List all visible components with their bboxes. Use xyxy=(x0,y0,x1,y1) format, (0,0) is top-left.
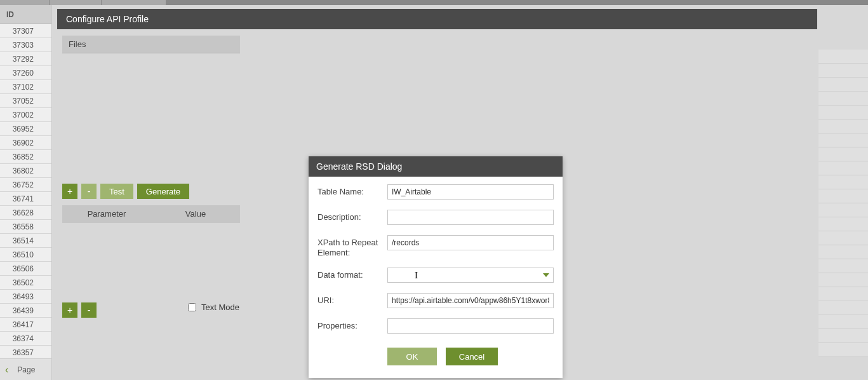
id-column-header: ID xyxy=(0,5,51,24)
id-row[interactable]: 36357 xyxy=(0,346,51,358)
id-row[interactable]: 37303 xyxy=(0,38,51,52)
chevron-down-icon xyxy=(543,273,549,277)
id-row[interactable]: 37002 xyxy=(0,108,51,122)
id-row[interactable]: 36502 xyxy=(0,276,51,290)
param-col-header: Parameter xyxy=(62,205,151,223)
input-table-name[interactable] xyxy=(387,184,554,200)
input-xpath[interactable] xyxy=(387,235,554,250)
generate-rsd-dialog: Generate RSD Dialog Table Name: Descript… xyxy=(309,156,563,378)
right-gutter xyxy=(818,50,868,380)
id-row[interactable]: 36741 xyxy=(0,192,51,206)
label-description: Description: xyxy=(317,210,387,222)
id-row[interactable]: 36417 xyxy=(0,318,51,332)
test-button[interactable]: Test xyxy=(100,184,133,199)
remove-param-button[interactable]: - xyxy=(81,302,97,318)
text-mode-label: Text Mode xyxy=(201,302,239,312)
add-button[interactable]: + xyxy=(62,184,77,199)
text-mode-wrap: Text Mode xyxy=(188,302,239,312)
files-box[interactable]: Files xyxy=(62,36,240,53)
id-row[interactable]: 36439 xyxy=(0,304,51,318)
id-row[interactable]: 36628 xyxy=(0,206,51,220)
id-list: 3730737303372923726037102370523700236952… xyxy=(0,24,51,358)
panel-title: Configure API Profile xyxy=(57,9,817,29)
id-row[interactable]: 36802 xyxy=(0,164,51,178)
generate-button[interactable]: Generate xyxy=(137,184,189,199)
pager: ‹ Page xyxy=(0,358,51,380)
id-row[interactable]: 36902 xyxy=(0,136,51,150)
parameter-table-header: Parameter Value xyxy=(62,205,240,223)
id-row[interactable]: 36506 xyxy=(0,262,51,276)
input-description[interactable] xyxy=(387,210,554,225)
add-param-button[interactable]: + xyxy=(62,302,77,318)
top-tab-bar xyxy=(0,0,868,5)
ok-button[interactable]: OK xyxy=(387,348,437,365)
text-mode-checkbox[interactable] xyxy=(188,303,196,311)
input-uri[interactable] xyxy=(387,293,554,308)
label-xpath: XPath to Repeat Element: xyxy=(317,235,387,257)
id-row[interactable]: 36510 xyxy=(0,248,51,262)
lower-toolbar: + - xyxy=(62,302,97,318)
id-row[interactable]: 36752 xyxy=(0,178,51,192)
id-row[interactable]: 36558 xyxy=(0,220,51,234)
page-label: Page xyxy=(17,365,35,374)
remove-button[interactable]: - xyxy=(81,184,97,199)
cancel-button[interactable]: Cancel xyxy=(446,348,498,365)
id-row[interactable]: 36952 xyxy=(0,122,51,136)
label-table-name: Table Name: xyxy=(317,184,387,197)
id-row[interactable]: 37260 xyxy=(0,66,51,80)
input-properties[interactable] xyxy=(387,318,554,334)
prev-page-icon[interactable]: ‹ xyxy=(5,364,8,376)
id-row[interactable]: 37052 xyxy=(0,94,51,108)
id-row[interactable]: 36852 xyxy=(0,150,51,164)
select-data-format[interactable]: I xyxy=(387,268,554,283)
dialog-title: Generate RSD Dialog xyxy=(309,156,563,177)
id-row[interactable]: 37292 xyxy=(0,52,51,66)
label-data-format: Data format: xyxy=(317,268,387,280)
id-row[interactable]: 36514 xyxy=(0,234,51,248)
id-row[interactable]: 36374 xyxy=(0,332,51,346)
id-row[interactable]: 36493 xyxy=(0,290,51,304)
label-properties: Properties: xyxy=(317,318,387,331)
text-cursor-icon: I xyxy=(415,270,418,281)
label-uri: URI: xyxy=(317,293,387,306)
id-column: ID 3730737303372923726037102370523700236… xyxy=(0,5,52,380)
id-row[interactable]: 37102 xyxy=(0,80,51,94)
value-col-header: Value xyxy=(151,205,240,223)
id-row[interactable]: 37307 xyxy=(0,24,51,38)
